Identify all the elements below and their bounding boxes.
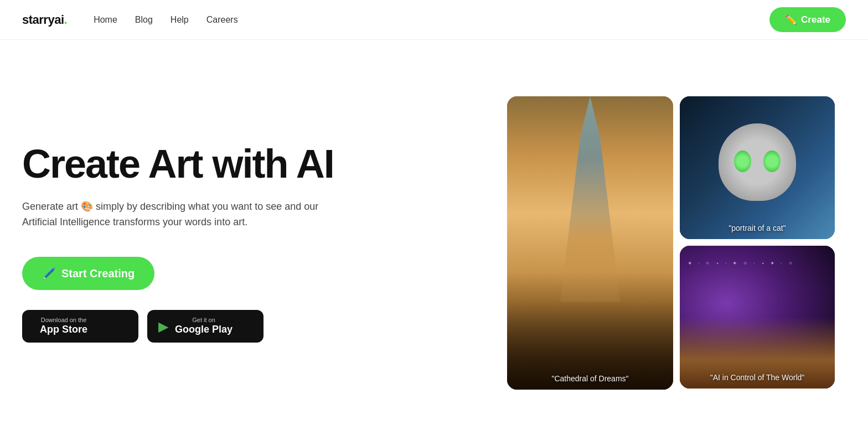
google-play-text: Get it on Google Play <box>175 317 232 336</box>
nav-link-help[interactable]: Help <box>170 15 189 24</box>
nav-item-careers[interactable]: Careers <box>206 15 238 25</box>
nav-links: Home Blog Help Careers <box>94 15 769 25</box>
hero-section: Create Art with AI Generate art 🎨 simply… <box>0 40 868 435</box>
app-store-bottom-label: App Store <box>40 324 87 336</box>
nav-create-button[interactable]: ✏️ Create <box>769 7 846 32</box>
nav-link-careers[interactable]: Careers <box>206 15 238 24</box>
app-store-top-label: Download on the <box>40 317 87 324</box>
app-store-text: Download on the App Store <box>40 317 87 336</box>
space-caption: "AI in Control of The World" <box>680 373 835 382</box>
hero-left: Create Art with AI Generate art 🎨 simply… <box>22 143 376 343</box>
nav-item-home[interactable]: Home <box>94 15 117 25</box>
gallery-right-column: "portrait of a cat" "AI in Control of Th… <box>680 96 835 389</box>
google-play-button[interactable]: ▶ Get it on Google Play <box>147 310 264 343</box>
nav-item-help[interactable]: Help <box>170 15 189 25</box>
hero-title: Create Art with AI <box>22 143 376 185</box>
cathedral-caption: "Cathedral of Dreams" <box>507 374 673 383</box>
navbar: starryai. Home Blog Help Careers ✏️ Crea… <box>0 0 868 40</box>
cat-caption: "portrait of a cat" <box>680 224 835 232</box>
gallery-card-cat: "portrait of a cat" <box>680 96 835 239</box>
app-store-button[interactable]: Download on the App Store <box>22 310 138 343</box>
cathedral-artwork <box>507 96 673 390</box>
hero-gallery: "Cathedral of Dreams" "portrait of a cat… <box>399 96 846 390</box>
google-play-top-label: Get it on <box>175 317 232 324</box>
nav-item-blog[interactable]: Blog <box>135 15 153 25</box>
pencil-icon: ✏️ <box>785 14 797 25</box>
nav-link-home[interactable]: Home <box>94 15 117 24</box>
logo[interactable]: starryai. <box>22 13 67 27</box>
hero-subtitle: Generate art 🎨 simply by describing what… <box>22 199 332 231</box>
gallery-left-column: "Cathedral of Dreams" <box>507 96 673 390</box>
gallery-card-cathedral: "Cathedral of Dreams" <box>507 96 673 390</box>
google-play-icon: ▶ <box>158 320 168 333</box>
google-play-bottom-label: Google Play <box>175 324 232 336</box>
store-buttons: Download on the App Store ▶ Get it on Go… <box>22 310 376 343</box>
logo-text: starryai <box>22 13 64 27</box>
space-artwork <box>680 246 835 389</box>
start-creating-label: Start Creating <box>61 267 135 280</box>
logo-dot: . <box>64 13 68 27</box>
nav-link-blog[interactable]: Blog <box>135 15 153 24</box>
cat-artwork <box>680 96 835 239</box>
nav-create-label: Create <box>801 14 830 25</box>
cat-face <box>719 123 796 201</box>
start-creating-button[interactable]: 🖊️ Start Creating <box>22 257 154 290</box>
gallery-card-space: "AI in Control of The World" <box>680 246 835 389</box>
wand-icon: 🖊️ <box>42 267 56 280</box>
